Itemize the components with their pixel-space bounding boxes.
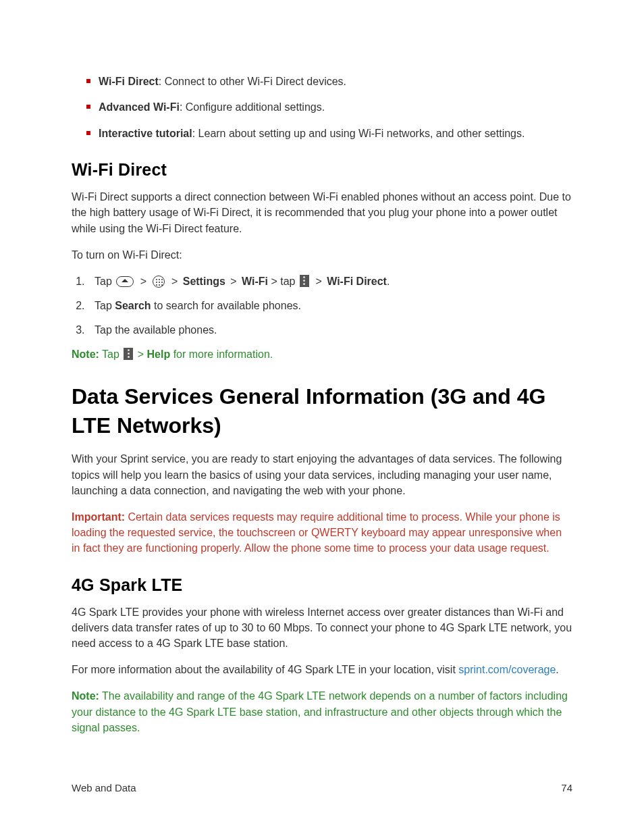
step-1: Tap > > Settings > Wi-Fi > tap > Wi-Fi D… [88, 273, 572, 290]
wifi-label: Wi-Fi [242, 276, 268, 287]
help-label: Help [147, 348, 171, 360]
wifi-direct-intro: Wi-Fi Direct supports a direct connectio… [72, 189, 572, 236]
feature-list: Wi-Fi Direct: Connect to other Wi-Fi Dir… [86, 74, 572, 141]
spark-p2: For more information about the availabil… [72, 662, 572, 677]
step-3: Tap the available phones. [88, 322, 572, 338]
apps-icon [153, 276, 165, 288]
text: For more information about the availabil… [72, 664, 458, 675]
search-label: Search [115, 300, 151, 311]
separator: > [134, 348, 146, 360]
data-services-intro: With your Sprint service, you are ready … [72, 451, 572, 498]
list-item: Advanced Wi-Fi: Configure additional set… [86, 100, 572, 115]
wifi-direct-note: Note: Tap > Help for more information. [72, 346, 572, 362]
important-label: Important: [72, 511, 125, 523]
spark-note: Note: The availability and range of the … [72, 688, 572, 735]
desc: : Learn about setting up and using Wi-Fi… [192, 128, 525, 139]
text: . [556, 664, 558, 675]
heading-4g-spark: 4G Spark LTE [72, 575, 572, 595]
text: Tap [95, 276, 115, 287]
page-footer: Web and Data 74 [72, 782, 572, 793]
wifi-direct-lead: To turn on Wi-Fi Direct: [72, 247, 572, 263]
note-label: Note: [72, 690, 99, 702]
separator: > [313, 276, 325, 287]
text: Tap the available phones. [95, 324, 217, 336]
important-note: Important: Certain data services request… [72, 509, 572, 556]
coverage-link[interactable]: sprint.com/coverage [458, 664, 556, 675]
separator: > [227, 276, 240, 287]
important-body: Certain data services requests may requi… [72, 511, 562, 554]
settings-label: Settings [183, 276, 225, 287]
term: Wi-Fi Direct [99, 76, 159, 87]
term: Interactive tutorial [99, 128, 192, 139]
heading-wifi-direct: Wi-Fi Direct [72, 160, 572, 180]
home-icon [116, 276, 134, 287]
desc: : Configure additional settings. [180, 101, 325, 113]
text: to search for available phones. [151, 300, 301, 311]
text: Tap [99, 348, 122, 360]
footer-page-number: 74 [561, 782, 572, 793]
heading-data-services: Data Services General Information (3G an… [72, 382, 572, 440]
note-label: Note: [72, 348, 99, 360]
text: > tap [268, 276, 298, 287]
separator: > [168, 276, 180, 287]
text: Tap [95, 300, 115, 311]
more-icon [300, 275, 309, 287]
term: Advanced Wi-Fi [99, 101, 180, 113]
text: for more information. [170, 348, 273, 360]
page: Wi-Fi Direct: Connect to other Wi-Fi Dir… [0, 0, 644, 834]
step-2: Tap Search to search for available phone… [88, 298, 572, 314]
more-icon [124, 348, 133, 360]
wifi-direct-label: Wi-Fi Direct [327, 276, 387, 287]
separator: > [137, 276, 149, 287]
period: . [387, 276, 390, 287]
note-body: The availability and range of the 4G Spa… [72, 690, 568, 733]
desc: : Connect to other Wi-Fi Direct devices. [159, 76, 346, 87]
spark-p1: 4G Spark LTE provides your phone with wi… [72, 604, 572, 652]
list-item: Wi-Fi Direct: Connect to other Wi-Fi Dir… [86, 74, 572, 89]
list-item: Interactive tutorial: Learn about settin… [86, 126, 572, 141]
wifi-direct-steps: Tap > > Settings > Wi-Fi > tap > Wi-Fi D… [88, 273, 572, 338]
footer-section: Web and Data [72, 782, 136, 793]
